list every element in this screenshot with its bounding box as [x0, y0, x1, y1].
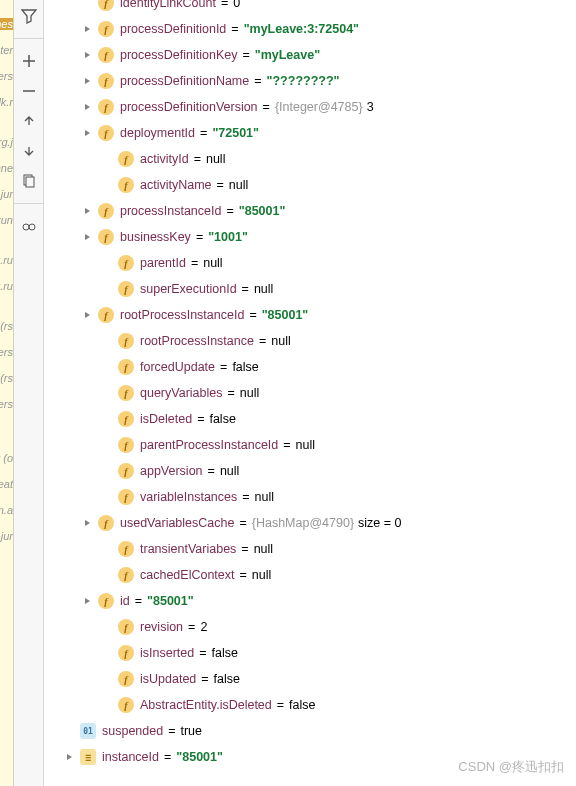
variable-row[interactable]: frootProcessInstance=null: [44, 328, 576, 354]
glasses-icon[interactable]: [19, 216, 39, 236]
frame-fragment: rs): [0, 372, 13, 384]
variable-row[interactable]: fisDeleted=false: [44, 406, 576, 432]
expand-arrow-icon: [102, 699, 114, 711]
variable-row[interactable]: 01suspended=true: [44, 718, 576, 744]
variable-row[interactable]: fappVersion=null: [44, 458, 576, 484]
frame-fragment: t.ru: [0, 254, 13, 266]
variable-row[interactable]: fsuperExecutionId=null: [44, 276, 576, 302]
minus-icon[interactable]: [19, 81, 39, 101]
variable-name: AbstractEntity.isDeleted: [140, 698, 272, 712]
field-icon: f: [98, 515, 114, 531]
expand-arrow-icon: [102, 439, 114, 451]
frame-fragment: g.jur: [0, 188, 13, 200]
expand-arrow-icon[interactable]: [82, 23, 94, 35]
variable-name: processDefinitionId: [120, 22, 226, 36]
variable-value: null: [229, 178, 248, 192]
variable-row[interactable]: fusedVariablesCache={HashMap@4790} size …: [44, 510, 576, 536]
expand-arrow-icon[interactable]: [82, 101, 94, 113]
variable-row[interactable]: fprocessDefinitionId="myLeave:3:72504": [44, 16, 576, 42]
variable-row[interactable]: fid="85001": [44, 588, 576, 614]
field-icon: f: [118, 281, 134, 297]
field-icon: f: [98, 229, 114, 245]
frame-fragment: nne: [0, 162, 13, 174]
field-icon: f: [118, 645, 134, 661]
variable-name: usedVariablesCache: [120, 516, 234, 530]
variable-name: processDefinitionName: [120, 74, 249, 88]
expand-arrow-icon: [82, 0, 94, 9]
field-icon: f: [118, 151, 134, 167]
down-icon[interactable]: [19, 141, 39, 161]
expand-arrow-icon: [102, 179, 114, 191]
variable-row[interactable]: frootProcessInstanceId="85001": [44, 302, 576, 328]
expand-arrow-icon[interactable]: [82, 75, 94, 87]
variable-value: null: [271, 334, 290, 348]
frame-fragment: n.jur: [0, 530, 13, 542]
variable-value: null: [255, 490, 274, 504]
debugger-toolbar: [14, 0, 44, 786]
variable-name: revision: [140, 620, 183, 634]
copy-icon[interactable]: [19, 171, 39, 191]
field-icon: f: [98, 99, 114, 115]
variable-row[interactable]: fAbstractEntity.isDeleted=false: [44, 692, 576, 718]
watermark: CSDN @疼迅扣扣: [458, 758, 564, 776]
variable-row[interactable]: fprocessDefinitionKey="myLeave": [44, 42, 576, 68]
variable-name: variableInstances: [140, 490, 237, 504]
variable-row[interactable]: factivityId=null: [44, 146, 576, 172]
variable-row[interactable]: fisInserted=false: [44, 640, 576, 666]
variable-name: instanceId: [102, 750, 159, 764]
field-icon: f: [98, 0, 114, 11]
frame-fragment: eat: [0, 478, 13, 490]
variable-name: parentId: [140, 256, 186, 270]
expand-arrow-icon: [102, 387, 114, 399]
field-icon: f: [118, 359, 134, 375]
variable-row[interactable]: fprocessDefinitionVersion={Integer@4785}…: [44, 94, 576, 120]
expand-arrow-icon[interactable]: [82, 49, 94, 61]
frame-fragment: ers): [0, 398, 13, 410]
variable-value: "85001": [147, 594, 194, 608]
variable-row[interactable]: fvariableInstances=null: [44, 484, 576, 510]
variable-value: null: [252, 568, 271, 582]
variable-name: activityId: [140, 152, 189, 166]
expand-arrow-icon[interactable]: [82, 517, 94, 529]
variables-tree[interactable]: fidentityLinkCount=0fprocessDefinitionId…: [44, 0, 576, 786]
variable-row[interactable]: fdeploymentId="72501": [44, 120, 576, 146]
variable-row[interactable]: fqueryVariables=null: [44, 380, 576, 406]
expand-arrow-icon[interactable]: [82, 127, 94, 139]
field-icon: f: [98, 125, 114, 141]
variable-row[interactable]: factivityName=null: [44, 172, 576, 198]
variable-row[interactable]: fprocessDefinitionName="????????": [44, 68, 576, 94]
variable-name: parentProcessInstanceId: [140, 438, 278, 452]
variable-row[interactable]: fprocessInstanceId="85001": [44, 198, 576, 224]
variable-name: suspended: [102, 724, 163, 738]
expand-arrow-icon[interactable]: [64, 751, 76, 763]
plus-icon[interactable]: [19, 51, 39, 71]
up-icon[interactable]: [19, 111, 39, 131]
variable-name: processDefinitionVersion: [120, 100, 258, 114]
expand-arrow-icon[interactable]: [82, 205, 94, 217]
variable-row[interactable]: fisUpdated=false: [44, 666, 576, 692]
variable-row[interactable]: fparentId=null: [44, 250, 576, 276]
expand-arrow-icon: [102, 153, 114, 165]
field-icon: f: [118, 177, 134, 193]
expand-arrow-icon: [102, 569, 114, 581]
expand-arrow-icon: [102, 335, 114, 347]
field-icon: f: [118, 567, 134, 583]
variable-row[interactable]: ftransientVariabes=null: [44, 536, 576, 562]
expand-arrow-icon[interactable]: [82, 309, 94, 321]
frame-fragment: m.a: [0, 504, 13, 516]
variable-row[interactable]: fcachedElContext=null: [44, 562, 576, 588]
variable-row[interactable]: fbusinessKey="1001": [44, 224, 576, 250]
variable-value: null: [206, 152, 225, 166]
variable-value: "85001": [262, 308, 309, 322]
expand-arrow-icon[interactable]: [82, 595, 94, 607]
variable-row[interactable]: frevision=2: [44, 614, 576, 640]
variable-row[interactable]: fidentityLinkCount=0: [44, 0, 576, 16]
expand-arrow-icon[interactable]: [82, 231, 94, 243]
variable-row[interactable]: fforcedUpdate=false: [44, 354, 576, 380]
frame-fragment: t.ru: [0, 280, 13, 292]
variable-value: "85001": [176, 750, 223, 764]
filter-icon[interactable]: [19, 6, 39, 26]
variable-value: false: [289, 698, 315, 712]
variable-value: null: [220, 464, 239, 478]
variable-row[interactable]: fparentProcessInstanceId=null: [44, 432, 576, 458]
